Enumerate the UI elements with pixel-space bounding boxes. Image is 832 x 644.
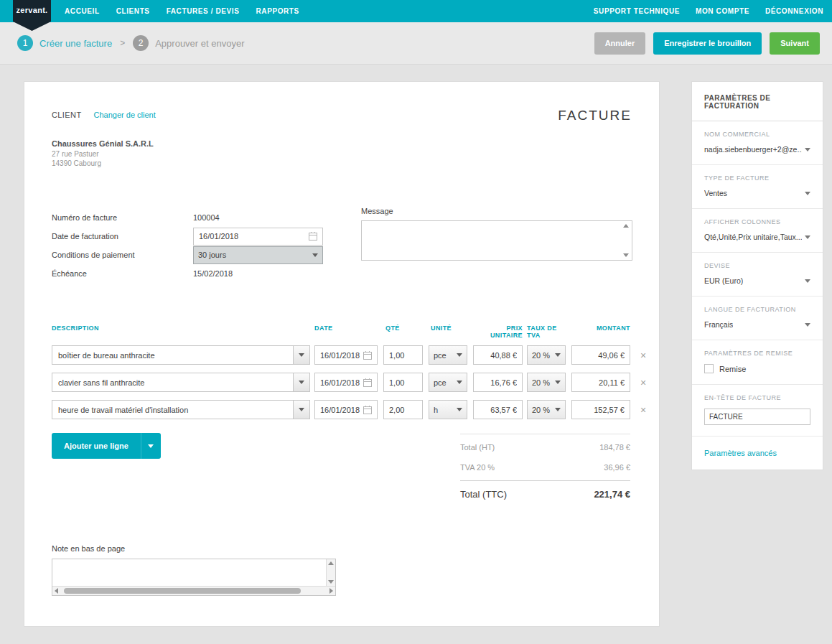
advanced-settings-link[interactable]: Paramètres avancés	[704, 449, 777, 457]
amount-input[interactable]	[571, 345, 630, 365]
change-client-link[interactable]: Changer de client	[94, 111, 156, 119]
nav-item-mon-compte[interactable]: MON COMPTE	[696, 7, 749, 15]
qty-value[interactable]	[389, 346, 417, 364]
scroll-up-icon[interactable]	[328, 561, 334, 565]
combo-dropdown-button[interactable]	[293, 346, 309, 364]
cancel-button[interactable]: Annuler	[594, 32, 646, 55]
combo-dropdown-button[interactable]	[293, 373, 309, 391]
nav-item-support[interactable]: SUPPORT TECHNIQUE	[594, 7, 680, 15]
description-input[interactable]	[52, 346, 293, 364]
qty-value[interactable]	[389, 373, 417, 391]
amount-input[interactable]	[571, 400, 630, 419]
scroll-left-icon[interactable]	[55, 588, 58, 594]
header-date: DATE	[314, 325, 378, 339]
scroll-up-icon[interactable]	[623, 224, 629, 228]
unit-price-value[interactable]	[479, 346, 517, 364]
business-name-select[interactable]: nadja.siebenbuerger+2@ze...	[704, 145, 810, 154]
calendar-icon	[363, 351, 372, 360]
description-combobox[interactable]	[52, 400, 310, 419]
columns-select[interactable]: Qté,Unité,Prix unitaire,Taux...	[704, 233, 810, 241]
line-date-input[interactable]	[314, 400, 378, 419]
qty-input[interactable]	[383, 373, 423, 392]
unit-select[interactable]: pce	[429, 373, 467, 392]
scroll-down-icon[interactable]	[328, 580, 334, 584]
amount-value[interactable]	[577, 346, 625, 364]
nav-item-clients[interactable]: CLIENTS	[116, 7, 150, 15]
qty-value[interactable]	[389, 401, 417, 419]
chevron-down-icon	[805, 235, 810, 239]
header-vat-rate: TAUX DE TVA	[527, 325, 566, 339]
combo-dropdown-button[interactable]	[293, 401, 309, 419]
unit-select[interactable]: pce	[429, 345, 467, 365]
invoice-header-input[interactable]	[704, 409, 810, 425]
delete-line-button[interactable]: ×	[640, 350, 646, 360]
unit-price-value[interactable]	[479, 373, 517, 391]
vertical-scrollbar[interactable]	[326, 559, 335, 586]
vat-select[interactable]: 20 %	[527, 373, 566, 392]
vat-select[interactable]: 20 %	[527, 400, 566, 419]
invoice-date-row: Date de facturation	[52, 227, 353, 246]
line-date-input[interactable]	[314, 373, 378, 392]
invoice-type-section: TYPE DE FACTURE Ventes	[692, 165, 823, 209]
nav-item-deconnexion[interactable]: DÉCONNEXION	[765, 7, 823, 15]
qty-input[interactable]	[383, 345, 423, 365]
payment-terms-select[interactable]: 30 jours	[193, 246, 323, 264]
description-input[interactable]	[52, 373, 293, 391]
calendar-icon	[363, 378, 372, 387]
scroll-down-icon[interactable]	[623, 253, 629, 257]
line-date-value[interactable]	[320, 346, 363, 364]
invoice-date-input[interactable]	[193, 228, 323, 246]
add-line-dropdown-button[interactable]	[141, 433, 161, 459]
save-draft-button[interactable]: Enregistrer le brouillon	[653, 32, 762, 55]
nav-item-accueil[interactable]: ACCUEIL	[65, 7, 100, 15]
payment-terms-value: 30 jours	[198, 251, 226, 259]
delete-line-button[interactable]: ×	[640, 378, 646, 388]
invoice-type-select[interactable]: Ventes	[704, 189, 810, 197]
chevron-down-icon	[148, 444, 154, 448]
description-input[interactable]	[52, 401, 293, 419]
totals-section: Total (HT) 184,78 € TVA 20 % 36,96 € Tot…	[460, 434, 630, 508]
description-combobox[interactable]	[52, 345, 310, 365]
delete-line-button[interactable]: ×	[640, 405, 646, 415]
qty-input[interactable]	[383, 400, 423, 419]
unit-select[interactable]: h	[429, 400, 467, 419]
columns-label: AFFICHER COLONNES	[704, 218, 810, 225]
amount-value[interactable]	[577, 401, 625, 419]
business-name-value: nadja.siebenbuerger+2@ze...	[704, 145, 802, 154]
advanced-settings-section: Paramètres avancés	[692, 437, 823, 470]
language-section: LANGUE DE FACTURATION Français	[692, 297, 823, 340]
chevron-down-icon	[457, 408, 462, 411]
amount-value[interactable]	[577, 373, 625, 391]
description-combobox[interactable]	[52, 373, 310, 392]
unit-price-input[interactable]	[473, 345, 523, 365]
currency-select[interactable]: EUR (Euro)	[704, 276, 810, 285]
step-2-indicator: 2	[133, 35, 149, 51]
nav-right-group: SUPPORT TECHNIQUE MON COMPTE DÉCONNEXION	[594, 7, 823, 15]
currency-section: DEVISE EUR (Euro)	[692, 253, 823, 297]
nav-item-factures-devis[interactable]: FACTURES / DEVIS	[167, 7, 240, 15]
language-select[interactable]: Français	[704, 320, 810, 329]
unit-price-input[interactable]	[473, 373, 523, 392]
add-line-button[interactable]: Ajouter une ligne	[52, 433, 141, 459]
message-textarea[interactable]	[361, 220, 632, 261]
line-date-input[interactable]	[314, 345, 378, 365]
invoice-date-value[interactable]	[199, 228, 309, 245]
discount-checkbox[interactable]	[704, 364, 714, 373]
scrollbar-thumb[interactable]	[64, 588, 301, 594]
scroll-right-icon[interactable]	[329, 588, 333, 594]
calendar-icon	[363, 406, 372, 414]
chevron-down-icon	[299, 381, 304, 384]
next-button[interactable]: Suivant	[770, 32, 820, 55]
line-date-value[interactable]	[320, 401, 363, 419]
horizontal-scrollbar[interactable]	[52, 586, 335, 595]
footer-note-textarea[interactable]	[52, 559, 336, 596]
chevron-down-icon	[555, 353, 561, 357]
amount-input[interactable]	[571, 373, 630, 392]
vat-select[interactable]: 20 %	[527, 345, 566, 365]
unit-price-value[interactable]	[479, 401, 517, 419]
unit-price-input[interactable]	[473, 400, 523, 419]
unit-value: pce	[434, 378, 447, 387]
nav-item-rapports[interactable]: RAPPORTS	[256, 7, 299, 15]
line-date-value[interactable]	[320, 373, 363, 391]
due-date-value: 15/02/2018	[193, 269, 233, 278]
